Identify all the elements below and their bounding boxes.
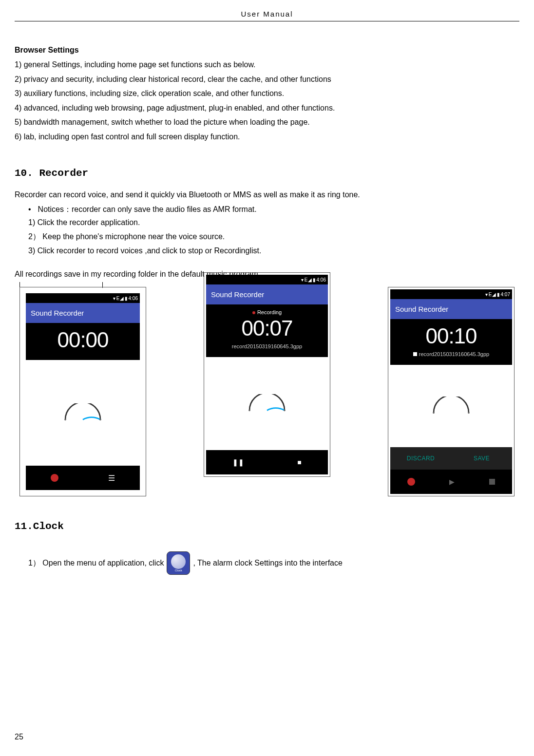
clock-time: 4:07	[501, 292, 510, 297]
clock-text-prefix: 1） Open the menu of application, click	[28, 558, 164, 568]
pause-button[interactable]: ❚❚	[232, 458, 244, 466]
clock-time: 4:06	[129, 296, 138, 301]
svg-point-5	[468, 412, 470, 414]
play-button[interactable]: ▶	[449, 478, 455, 486]
wifi-icon: ▾	[113, 296, 115, 301]
signal-icon: E◢	[489, 292, 496, 297]
browser-item-5: 5) bandwidth management, switch whether …	[15, 116, 519, 129]
clock-text-suffix: , The alarm clock Settings into the inte…	[193, 559, 343, 567]
wifi-icon: ▾	[485, 292, 488, 297]
recorder-notice: Notices：recorder can only save the audio…	[38, 203, 519, 216]
svg-point-3	[284, 410, 286, 412]
save-button[interactable]: SAVE	[451, 447, 512, 470]
timer-area: 00:10 record20150319160645.3gpp	[390, 319, 512, 365]
phone-screen-1: ▾ E◢ ▮ 4:06 Sound Recorder 00:00 ☰	[26, 293, 140, 490]
timer-area: 00:00	[26, 323, 140, 360]
bottom-controls: ▶	[390, 470, 512, 494]
signal-icon: E◢	[116, 296, 124, 301]
recorder-step-2: 2） Keep the phone's microphone near the …	[28, 230, 519, 244]
vu-meter-area	[206, 357, 328, 450]
page-number: 25	[15, 733, 23, 741]
discard-button[interactable]: DISCARD	[390, 447, 451, 470]
browser-item-3: 3) auxiliary functions, including size, …	[15, 87, 519, 100]
app-title: Sound Recorder	[390, 299, 512, 319]
stop-button[interactable]: ■	[297, 458, 301, 466]
filename-label: record20150319160645.3gpp	[206, 340, 328, 349]
browser-item-1: 1) general Settings, including home page…	[15, 58, 519, 71]
list-button[interactable]: ☰	[108, 473, 115, 483]
recorder-intro: Recorder can record voice, and send it q…	[15, 189, 519, 201]
screenshot-2: ▾ E◢ ▮ 4:06 Sound Recorder Recording 00:…	[204, 272, 330, 477]
battery-icon: ▮	[313, 277, 316, 283]
clock-icon-label: Clock	[175, 569, 182, 572]
screenshots-row: ▾ E◢ ▮ 4:06 Sound Recorder 00:00 ☰	[15, 287, 519, 496]
browser-settings-section: Browser Settings 1) general Settings, in…	[15, 46, 519, 143]
clock-app-icon[interactable]: Clock	[167, 551, 190, 575]
status-bar: ▾ E◢ ▮ 4:07	[390, 289, 512, 299]
timer-display: 00:00	[26, 328, 140, 352]
browser-item-6: 6) lab, including open fast control and …	[15, 131, 519, 143]
vu-meter-icon	[245, 394, 289, 414]
svg-point-4	[433, 412, 435, 414]
recording-label: Recording	[206, 309, 328, 316]
discard-save-bar: DISCARD SAVE	[390, 447, 512, 470]
phone-screen-2: ▾ E◢ ▮ 4:06 Sound Recorder Recording 00:…	[206, 275, 328, 474]
status-bar: ▾ E◢ ▮ 4:06	[26, 293, 140, 303]
clock-face-icon	[171, 554, 186, 569]
recorder-step-3: 3) Click recorder to record voices ,and …	[28, 244, 519, 258]
vu-meter-icon	[429, 397, 473, 416]
vu-meter-area	[26, 360, 140, 466]
recorder-heading: 10. Recorder	[15, 168, 519, 179]
svg-point-2	[248, 410, 250, 412]
filename-label: record20150319160645.3gpp	[390, 348, 512, 357]
vu-meter-area	[390, 365, 512, 447]
phone-screen-3: ▾ E◢ ▮ 4:07 Sound Recorder 00:10 record2…	[390, 289, 512, 494]
timer-area: Recording 00:07 record20150319160645.3gp…	[206, 304, 328, 357]
clock-time: 4:06	[317, 277, 326, 283]
timer-display: 00:07	[206, 316, 328, 340]
screenshot-3: ▾ E◢ ▮ 4:07 Sound Recorder 00:10 record2…	[388, 287, 515, 496]
page-header: User Manual	[15, 10, 519, 21]
record-button[interactable]	[407, 478, 415, 486]
browser-item-2: 2) privacy and security, including clear…	[15, 73, 519, 86]
clock-instruction: 1） Open the menu of application, click C…	[28, 551, 519, 575]
status-bar: ▾ E◢ ▮ 4:06	[206, 275, 328, 284]
wifi-icon: ▾	[301, 277, 304, 283]
timer-display: 00:10	[390, 324, 512, 348]
clock-heading: 11.Clock	[15, 521, 519, 532]
record-button[interactable]	[51, 474, 58, 482]
screenshot-1: ▾ E◢ ▮ 4:06 Sound Recorder 00:00 ☰	[19, 287, 146, 496]
bottom-controls: ❚❚ ■	[206, 450, 328, 474]
svg-point-0	[64, 419, 66, 421]
vu-meter-icon	[61, 403, 105, 423]
app-title: Sound Recorder	[206, 284, 328, 304]
clock-section: 11.Clock 1） Open the menu of application…	[15, 521, 519, 575]
recorder-step-1: 1) Click the recorder application.	[28, 216, 519, 230]
battery-icon: ▮	[497, 292, 500, 297]
signal-icon: E◢	[305, 277, 312, 283]
bottom-controls: ☰	[26, 466, 140, 490]
stop-button-disabled	[489, 479, 495, 485]
svg-point-1	[99, 419, 101, 421]
record-indicator-icon	[252, 311, 255, 314]
app-title: Sound Recorder	[26, 303, 140, 323]
battery-icon: ▮	[125, 296, 128, 301]
browser-item-4: 4) advanced, including web browsing, pag…	[15, 102, 519, 114]
file-icon	[413, 352, 417, 356]
browser-title: Browser Settings	[15, 46, 519, 55]
